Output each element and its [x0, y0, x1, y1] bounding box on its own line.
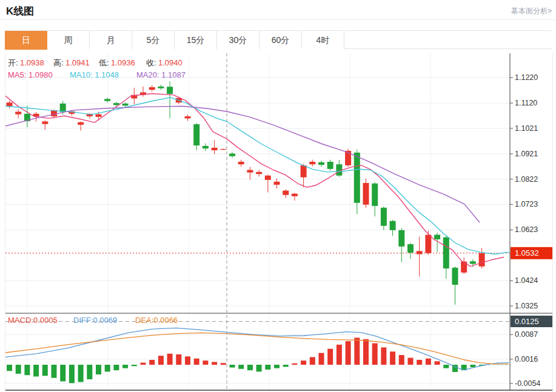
fundamental-analysis-link[interactable]: 基本面分析>: [511, 6, 552, 16]
svg-text:1.1220: 1.1220: [515, 73, 538, 82]
candle: [301, 165, 307, 178]
macd-bar: [33, 365, 39, 376]
macd-bar: [176, 354, 181, 365]
tab-60分[interactable]: 60分: [260, 31, 302, 49]
svg-text:1.0822: 1.0822: [515, 175, 538, 184]
svg-text:1.1021: 1.1021: [515, 124, 538, 133]
tab-日[interactable]: 日: [5, 31, 47, 50]
candle: [247, 170, 253, 172]
macd-bar: [87, 365, 92, 379]
macd-bar: [399, 355, 404, 365]
tab-30分[interactable]: 30分: [217, 31, 260, 49]
macd-bar: [470, 365, 475, 367]
svg-text:1.0325: 1.0325: [515, 302, 538, 310]
candle: [363, 183, 369, 205]
macd-bar: [346, 341, 351, 365]
macd-bar: [443, 365, 449, 368]
macd-bar: [435, 361, 440, 365]
candle: [193, 124, 199, 145]
svg-text:开:: 开:: [8, 58, 18, 67]
candle: [452, 268, 458, 285]
macd-bar: [194, 359, 199, 365]
macd-bar: [185, 356, 190, 365]
macd-bar: [132, 365, 137, 366]
price-axis-labels: 1.12201.11201.10211.09211.08221.07231.06…: [510, 73, 538, 310]
candle: [203, 146, 209, 148]
ohlc-legend: 开:1.0938高:1.0941低:1.0936收:1.0940: [8, 58, 183, 67]
macd-bar: [149, 360, 155, 365]
macd-bar: [96, 365, 101, 374]
svg-text:1.0940: 1.0940: [158, 58, 183, 67]
candle: [398, 230, 404, 247]
svg-text:0.0087: 0.0087: [515, 330, 538, 339]
tab-周[interactable]: 周: [47, 31, 90, 49]
svg-text:1.0921: 1.0921: [515, 150, 538, 158]
candle: [265, 176, 271, 180]
candle: [372, 184, 378, 206]
tab-4时[interactable]: 4时: [302, 31, 344, 49]
candle: [292, 194, 298, 196]
candle: [167, 87, 173, 94]
candle: [256, 172, 262, 174]
macd-bar: [122, 365, 128, 368]
macd-bar: [417, 360, 422, 365]
candle: [238, 162, 244, 164]
header-divider: [0, 19, 556, 20]
macd-bar: [105, 365, 110, 371]
chart-area: 1.12201.11201.10211.09211.08221.07231.06…: [5, 53, 553, 392]
macd-bar: [78, 365, 84, 382]
macd-bar: [319, 353, 324, 365]
svg-text:1.0623: 1.0623: [515, 225, 538, 234]
svg-text:MA5: 1.0980: MA5: 1.0980: [8, 70, 53, 79]
kline-chart-canvas[interactable]: 1.12201.11201.10211.09211.08221.07231.06…: [5, 53, 552, 392]
svg-text:高:: 高:: [53, 58, 64, 67]
svg-text:-0.0054: -0.0054: [515, 379, 540, 388]
frame-lines: [5, 53, 552, 390]
ma10-line: [5, 98, 509, 254]
macd-bar: [24, 365, 30, 375]
candle: [7, 102, 13, 106]
svg-text:1.0941: 1.0941: [65, 58, 90, 67]
candle: [185, 116, 191, 118]
candle: [443, 238, 449, 268]
candle: [470, 261, 476, 264]
tab-月[interactable]: 月: [90, 31, 132, 49]
macd-bar: [247, 365, 253, 370]
candle: [15, 111, 21, 114]
candle: [309, 162, 315, 164]
timeframe-tabs: 日周月5分15分30分60分4时: [5, 30, 552, 49]
candle: [229, 154, 235, 156]
macd-bar: [167, 354, 173, 365]
candle: [425, 234, 431, 253]
macd-bar: [426, 359, 431, 365]
macd-bar: [292, 364, 297, 365]
macd-bar: [337, 345, 342, 365]
svg-text:1.1120: 1.1120: [515, 99, 537, 107]
macd-bar: [60, 365, 65, 381]
macd-bar: [354, 337, 360, 365]
current-price-badge: 1.0532: [511, 247, 552, 259]
macd-bar: [230, 365, 235, 368]
candle: [149, 87, 155, 90]
macd-bar: [113, 365, 119, 370]
candle: [417, 251, 423, 254]
candle: [212, 148, 218, 150]
reference-lines: [5, 253, 510, 365]
candle: [283, 191, 289, 195]
candle: [381, 208, 387, 226]
tab-15分[interactable]: 15分: [175, 31, 217, 49]
macd-top-badge: 0.0125: [511, 316, 552, 327]
svg-text:1.0532: 1.0532: [515, 248, 539, 257]
macd-bar: [69, 365, 75, 383]
candle: [327, 162, 333, 169]
macd-bar: [52, 365, 57, 378]
macd-bar: [256, 365, 262, 371]
macd-bar: [16, 365, 21, 374]
svg-text:1.0936: 1.0936: [111, 58, 135, 67]
svg-text:1.0424: 1.0424: [515, 276, 538, 285]
svg-text:1.0723: 1.0723: [515, 200, 538, 208]
candles-layer: [7, 81, 485, 305]
svg-text:1.0938: 1.0938: [20, 58, 44, 67]
tab-5分[interactable]: 5分: [132, 31, 175, 49]
candle: [96, 115, 102, 117]
